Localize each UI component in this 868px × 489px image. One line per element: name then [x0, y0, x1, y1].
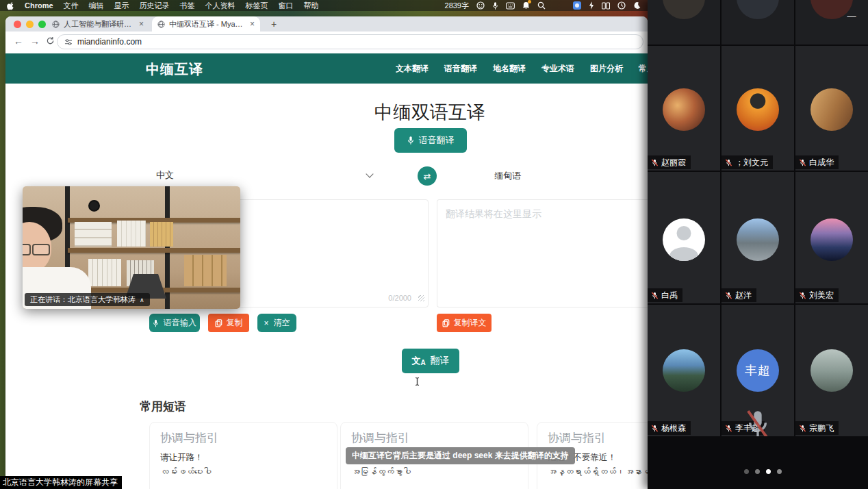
voice-translate-button[interactable]: 语音翻译: [394, 128, 467, 153]
mic-muted-icon: [651, 425, 659, 432]
participant-tile[interactable]: 宗鹏飞: [795, 305, 868, 436]
screen-time-icon[interactable]: [617, 1, 626, 10]
copy-button[interactable]: 复制: [208, 314, 249, 332]
clear-label: 清空: [274, 317, 290, 329]
tab-favicon-globe-icon: [52, 21, 60, 28]
zoom-window-button[interactable]: [38, 21, 46, 28]
participant-tile-partial[interactable]: [722, 0, 794, 45]
participant-tile[interactable]: 白禹: [648, 172, 720, 303]
participant-avatar: [737, 88, 779, 131]
site-nav: 文本翻译 语音翻译 地名翻译 专业术语 图片分析 常用短语 关: [396, 53, 648, 84]
participant-tile[interactable]: 赵丽霞: [648, 46, 720, 171]
notification-bell-icon[interactable]: [522, 1, 530, 10]
menu-file[interactable]: 文件: [64, 1, 79, 11]
page-dot[interactable]: [755, 469, 760, 474]
ime-word-count: 2839字: [445, 1, 469, 11]
speaker-video[interactable]: 正在讲话：北京语言大学韩林涛 ∧: [23, 186, 240, 309]
speaker-glasses: [32, 244, 50, 255]
phrase-card-title: 协调与指引: [351, 431, 518, 446]
page-dot[interactable]: [777, 469, 782, 474]
menu-bookmarks[interactable]: 书签: [180, 1, 195, 11]
menu-history[interactable]: 历史记录: [140, 1, 170, 11]
pagination-dots: [744, 469, 782, 474]
speaking-caption[interactable]: 正在讲话：北京语言大学韩林涛 ∧: [25, 293, 150, 306]
menu-tabs[interactable]: 标签页: [246, 1, 268, 11]
participant-tile[interactable]: 丰超 李丰超: [722, 305, 794, 436]
nav-terminology[interactable]: 专业术语: [541, 63, 574, 75]
site-settings-tune-icon[interactable]: [64, 38, 73, 46]
dark-mode-moon-icon[interactable]: [633, 1, 641, 10]
page-dot-active[interactable]: [766, 469, 771, 474]
shortcuts-lightning-icon[interactable]: [589, 1, 594, 10]
voice-input-button[interactable]: 语音输入: [149, 314, 200, 332]
macos-menubar: Chrome 文件 编辑 显示 历史记录 书签 个人资料 标签页 窗口 帮助 2…: [0, 0, 648, 11]
participant-tile[interactable]: 白成华: [795, 46, 868, 171]
participant-tile[interactable]: 杨根森: [648, 305, 720, 436]
menu-profiles[interactable]: 个人资料: [205, 1, 235, 11]
mic-muted-icon: [725, 292, 732, 299]
chevron-down-icon: [366, 170, 373, 177]
participant-name: 刘美宏: [809, 290, 834, 301]
menu-view[interactable]: 显示: [114, 1, 129, 11]
swap-languages-button[interactable]: ⇄: [418, 166, 437, 186]
new-tab-button[interactable]: +: [267, 17, 281, 31]
participant-tile-partial[interactable]: [648, 0, 720, 45]
emoji-icon[interactable]: [476, 1, 485, 10]
search-icon[interactable]: [537, 1, 546, 10]
url-bar[interactable]: miandianinfo.com: [57, 34, 643, 49]
tab-ai-translation[interactable]: 人工智能与翻译研究框架 ×: [47, 16, 149, 32]
site-logo[interactable]: 中缅互译: [146, 60, 203, 79]
resize-handle[interactable]: [418, 295, 424, 301]
meeting-app-icon[interactable]: [573, 1, 581, 10]
menu-help[interactable]: 帮助: [304, 1, 319, 11]
nav-place-translate[interactable]: 地名翻译: [493, 63, 526, 75]
forward-button[interactable]: →: [30, 36, 40, 47]
books: [150, 222, 173, 247]
collapse-sidebar-button[interactable]: —: [846, 12, 857, 22]
participant-name: 宗鹏飞: [809, 423, 834, 434]
target-textarea[interactable]: [437, 200, 648, 307]
participant-tile[interactable]: 刘美宏: [795, 172, 868, 303]
books: [117, 221, 146, 247]
nav-image-analysis[interactable]: 图片分析: [590, 63, 623, 75]
mic-muted-icon: [651, 159, 659, 166]
tab-close-icon[interactable]: ×: [139, 19, 144, 29]
dictation-mic-icon[interactable]: [492, 1, 498, 10]
minimize-window-button[interactable]: [26, 21, 34, 28]
participant-tile-partial[interactable]: [795, 0, 868, 45]
participant-avatar: [663, 349, 705, 392]
input-source-icon[interactable]: [506, 2, 515, 10]
translate-button[interactable]: 文A 翻译: [402, 349, 459, 373]
phrase-my: လမ်းဖယ်ပေးပါ: [160, 466, 327, 479]
phrase-card[interactable]: 协调与指引 请让开路！ လမ်းဖယ်ပေးပါ: [149, 422, 337, 489]
nav-voice-translate[interactable]: 语音翻译: [444, 63, 477, 75]
participant-tile[interactable]: ；刘文元: [722, 46, 794, 171]
participant-avatar: [810, 88, 853, 131]
nav-common-phrases[interactable]: 常用短语: [639, 63, 648, 75]
close-window-button[interactable]: [14, 21, 21, 28]
clear-button[interactable]: × 清空: [257, 314, 296, 332]
tab-close-icon[interactable]: ×: [250, 19, 255, 29]
copy-translation-button[interactable]: 复制译文: [437, 314, 492, 332]
mic-muted-icon: [725, 425, 732, 432]
window-layout-icon[interactable]: [602, 2, 610, 10]
copy-translation-label: 复制译文: [454, 317, 487, 329]
nav-text-translate[interactable]: 文本翻译: [396, 63, 429, 75]
back-button[interactable]: ←: [14, 36, 23, 47]
menu-edit[interactable]: 编辑: [89, 1, 104, 11]
mic-icon: [153, 319, 159, 327]
translate-icon: 文A: [411, 355, 425, 367]
tab-myanmar-translate[interactable]: 中缅双语互译 - Myanmar Chin ×: [152, 16, 260, 32]
page-dot[interactable]: [744, 469, 749, 474]
participant-tile[interactable]: 赵洋: [722, 172, 794, 303]
participant-name: ；刘文元: [735, 157, 768, 168]
common-phrases-heading: 常用短语: [140, 399, 186, 414]
mic-muted-icon: [799, 292, 806, 299]
avatar-initials: 丰超: [745, 362, 771, 379]
apple-menu[interactable]: [7, 1, 14, 10]
menu-window[interactable]: 窗口: [279, 1, 294, 11]
source-language-select[interactable]: 中文: [151, 166, 378, 184]
target-language-label[interactable]: 缅甸语: [494, 170, 521, 182]
menu-chrome[interactable]: Chrome: [25, 1, 53, 10]
reload-button[interactable]: [46, 36, 55, 47]
